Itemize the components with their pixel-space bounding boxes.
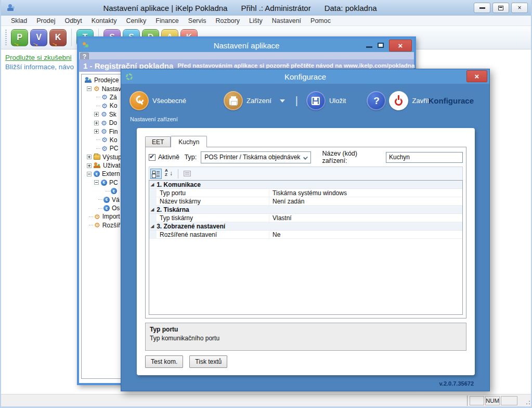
euro-icon: €: [101, 180, 107, 186]
minimize-icon[interactable]: [366, 46, 372, 48]
property-row-typ-portu[interactable]: Typ portu Tiskárna systému windows: [149, 189, 462, 197]
tree-connector: [98, 208, 102, 209]
toolbar-separator: [178, 169, 178, 178]
question-icon: ?: [367, 91, 386, 110]
tab-kuchyn[interactable]: Kuchyn: [171, 136, 207, 147]
test-communication-button[interactable]: Test kom.: [145, 355, 183, 368]
settings-dialog-titlebar[interactable]: Nastavení aplikace ×: [79, 39, 414, 52]
collapse-icon[interactable]: [94, 180, 99, 185]
toolbar-icon-v[interactable]: V: [30, 29, 47, 46]
menu-sklad[interactable]: Sklad: [6, 17, 32, 24]
expand-icon[interactable]: [94, 112, 99, 117]
minimize-button[interactable]: [474, 3, 490, 13]
config-close-button[interactable]: ×: [466, 70, 487, 82]
toolbar-icon-p[interactable]: P: [11, 29, 28, 46]
section-note: Před nastavováním aplikace si pozorně př…: [177, 62, 414, 69]
property-pages-icon: [184, 171, 191, 176]
power-icon: [389, 91, 408, 110]
euro-icon: €: [111, 188, 117, 194]
menu-finance[interactable]: Finance: [151, 17, 183, 24]
device-name-label: Název (kód) zařízení:: [322, 150, 382, 164]
property-category[interactable]: 1. Komunikace: [149, 181, 462, 189]
collapse-icon[interactable]: [87, 172, 92, 176]
statusbar-cell-caps: [470, 396, 484, 405]
general-button[interactable]: Všeobecné: [129, 91, 186, 110]
property-row-nazev-tiskarny[interactable]: Název tiskárny Není zadán: [149, 197, 462, 206]
gear-icon: ⚙: [101, 111, 107, 118]
property-row-rozsirene[interactable]: Rozšířené nastavení Ne: [149, 231, 462, 239]
device-type-select[interactable]: POS Printer / Tiskárna objednávek: [201, 151, 311, 163]
print-texts-button[interactable]: Tisk textů: [189, 355, 227, 368]
menu-nastaveni[interactable]: Nastavení: [267, 17, 306, 24]
gear-icon: ⚙: [94, 222, 100, 228]
close-config-button[interactable]: Zavřít: [389, 91, 429, 110]
people-icon: [85, 77, 92, 83]
gear-icon: ⚙: [94, 85, 100, 92]
tree-connector: [89, 225, 93, 225]
settings-close-button[interactable]: ×: [389, 40, 412, 52]
toolbar-grip[interactable]: [5, 30, 7, 45]
window-database: Data: pokladna: [325, 4, 377, 12]
menu-listy[interactable]: Lišty: [244, 17, 267, 24]
brand-label: Konfigurace: [428, 96, 474, 105]
description-title: Typ portu: [150, 326, 462, 333]
statusbar-cell-num: NUM: [485, 396, 500, 405]
active-label: Aktivně: [158, 154, 179, 161]
gear-icon: ⚙: [101, 94, 108, 100]
property-category[interactable]: 2. Tiskárna: [149, 206, 462, 214]
type-label: Typ:: [185, 154, 197, 161]
menu-pomoc[interactable]: Pomoc: [306, 17, 335, 24]
expand-icon[interactable]: [87, 163, 92, 168]
info-link[interactable]: Bližší informace, návo: [5, 63, 74, 71]
device-name-input[interactable]: [386, 152, 463, 163]
collapse-icon[interactable]: [87, 86, 92, 91]
euro-icon: €: [94, 171, 100, 177]
tree-connector: [96, 97, 100, 97]
config-dialog-title: Konfigurace: [121, 72, 489, 81]
property-row-typ-tiskarny[interactable]: Typ tiskárny Vlastní: [149, 214, 462, 222]
config-panel: EET Kuchyn Aktivně Typ: POS Printer / Ti…: [137, 128, 475, 375]
tree-connector: [96, 106, 100, 106]
tree-connector: [98, 199, 102, 200]
wrench-icon: [129, 91, 149, 110]
property-pages-button[interactable]: [181, 169, 193, 179]
menu-ceniky[interactable]: Ceníky: [121, 17, 151, 24]
menu-servis[interactable]: Servis: [184, 17, 211, 24]
expand-icon[interactable]: [94, 121, 99, 125]
settings-dialog-title: Nastavení aplikace: [79, 41, 414, 50]
save-button[interactable]: Uložit: [306, 91, 346, 110]
menu-odbyt[interactable]: Odbyt: [60, 17, 86, 24]
chevron-down-icon[interactable]: [280, 99, 285, 103]
statusbar: NUM: [0, 394, 532, 406]
printer-icon: [224, 91, 243, 110]
config-dialog-titlebar[interactable]: Konfigurace ×: [121, 69, 489, 84]
property-category[interactable]: 3. Zobrazené nastavení: [149, 222, 462, 231]
tree-connector: [89, 216, 93, 217]
window-title: Nastavení aplikace | iKelp Pokladna: [103, 4, 227, 12]
close-button[interactable]: ×: [511, 3, 528, 13]
trial-link[interactable]: Prodlužte si zkušebni: [5, 54, 72, 61]
tab-eet[interactable]: EET: [145, 136, 171, 147]
toolbar-separator: [71, 29, 72, 46]
menu-prodej[interactable]: Prodej: [32, 17, 60, 24]
expand-icon[interactable]: [94, 129, 99, 134]
restore-button[interactable]: [492, 3, 509, 13]
device-button[interactable]: Zařízení: [224, 91, 271, 110]
menu-rozbory[interactable]: Rozbory: [211, 17, 245, 24]
expand-icon[interactable]: [87, 155, 92, 159]
active-checkbox[interactable]: [149, 154, 155, 161]
euro-icon: €: [103, 197, 110, 203]
toolbar-subtitle: Nastavení zařízení: [130, 116, 178, 122]
categorized-button[interactable]: [150, 169, 162, 179]
help-button[interactable]: ?: [367, 91, 386, 110]
menu-kontakty[interactable]: Kontakty: [87, 17, 122, 24]
maximize-icon[interactable]: [378, 43, 384, 48]
toolbar-icon-k[interactable]: K: [49, 29, 67, 46]
gear-icon: ⚙: [94, 213, 100, 220]
config-toolbar: Všeobecné Zařízení | Uložit ? Zavřít Kon…: [121, 84, 489, 128]
az-sort-icon: ↓: [165, 170, 173, 178]
gear-icon: ⚙: [101, 103, 108, 109]
resize-grip[interactable]: [525, 400, 530, 405]
alphabetical-sort-button[interactable]: ↓: [163, 169, 175, 179]
categorized-icon: [152, 171, 160, 177]
